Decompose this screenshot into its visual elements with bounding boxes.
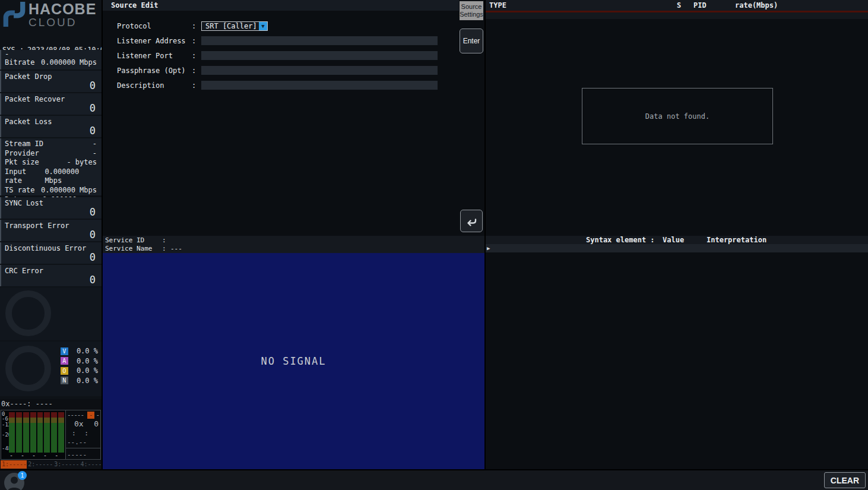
label-separator: : (192, 52, 201, 60)
stream-info-label: Input rate (5, 167, 45, 186)
listener-address-input[interactable] (201, 36, 438, 45)
packet-recover-panel: Packet Recover 0 (0, 93, 102, 115)
pie-chart-panel-2: V 0.0 % A 0.0 % O 0.0 % N 0.0 % (0, 342, 102, 396)
stream-info-label: Pkt size (5, 158, 39, 167)
pid-table-row (486, 12, 868, 19)
null-percent: 0.0 % (77, 377, 98, 385)
bitrate-label: Bitrate (5, 58, 35, 67)
counter-label: Packet Drop (1, 71, 102, 81)
user-menu[interactable]: 1 (4, 472, 27, 490)
passphrase-label: Passphrase (Opt) (117, 67, 192, 75)
audio-alert-badge: - (87, 412, 94, 419)
hacobe-logo-icon (1, 1, 27, 27)
audio-colons: : : (66, 428, 100, 437)
audio-channel-tabs: 1:----- 2:----- 3:----- 4:----- (1, 460, 101, 469)
audio-info-dashes-2: ----- (66, 448, 100, 459)
video-percent: 0.0 % (77, 347, 98, 355)
listener-port-label: Listener Port (117, 52, 192, 60)
syntax-interpretation-label: Interpretation (707, 236, 766, 244)
audio-hex-value: 0 (94, 419, 99, 428)
bottom-bar: 1 CLEAR (0, 469, 868, 490)
audio-tab-3[interactable]: 3:----- (53, 460, 79, 469)
stream-info-panel: Stream ID- Provider- Pkt size- bytes Inp… (0, 138, 102, 195)
other-badge: O (61, 367, 68, 375)
protocol-selected-value: SRT [Caller] (202, 22, 259, 30)
notification-badge[interactable]: 1 (18, 471, 27, 480)
label-separator: : (162, 236, 170, 245)
error-value: 0 (90, 251, 96, 263)
sync-lost-panel: SYNC Lost 0 (0, 197, 102, 219)
audio-monitor: 0x----: ---- 0 -6 -12 -20 -48 (0, 399, 102, 469)
audio-tab-2[interactable]: 2:----- (27, 460, 53, 469)
empty-data-message: Data not found. (645, 112, 709, 121)
counter-value: 0 (90, 125, 96, 137)
audio-badge: A (61, 357, 68, 365)
clear-button[interactable]: CLEAR (824, 472, 866, 488)
audio-info-box: ----- - - 0x 0 : : --.-- ----- 0Hz (66, 410, 101, 460)
stream-info-value: - (93, 149, 97, 159)
syntax-row[interactable]: ▶ (486, 244, 868, 252)
counter-value: 0 (90, 102, 96, 114)
source-settings-line2: Settings (460, 11, 483, 18)
action-button-column: Source Settings Enter (459, 0, 484, 236)
error-label: Transport Error (1, 220, 102, 230)
pid-table-panel: TYPE S PID rate(Mbps) Data not found. (484, 0, 868, 236)
pie-ring-1 (5, 290, 51, 336)
passphrase-input[interactable] (201, 66, 438, 75)
return-arrow-icon (464, 214, 479, 228)
logo: HACOBE CLOUD (1, 1, 96, 29)
audio-info-dashes: ----- (67, 411, 87, 419)
counter-label: Packet Recover (1, 93, 102, 103)
listener-address-label: Listener Address (117, 37, 192, 45)
col-type: TYPE (489, 1, 506, 10)
protocol-label: Protocol (117, 22, 192, 30)
protocol-select[interactable]: SRT [Caller] ▼ (201, 21, 268, 31)
description-input[interactable] (201, 81, 438, 90)
logo-title: HACOBE (28, 1, 96, 17)
syntax-panel: Syntax element : Value Interpretation ▶ (484, 236, 868, 469)
source-settings-button[interactable]: Source Settings (460, 1, 483, 20)
service-header: Service ID : Service Name : --- (103, 236, 484, 253)
composition-legend: V 0.0 % A 0.0 % O 0.0 % N 0.0 % (61, 347, 98, 386)
packet-loss-panel: Packet Loss 0 (0, 116, 102, 137)
crc-error-panel: CRC Error 0 (0, 265, 102, 286)
stream-info-label: TS rate (5, 186, 35, 195)
label-separator: : (192, 67, 201, 75)
service-name-label: Service Name (105, 245, 162, 253)
error-value: 0 (90, 229, 96, 241)
logo-subtitle: CLOUD (28, 17, 96, 29)
packet-drop-panel: Packet Drop 0 (0, 71, 102, 92)
bitrate-panel: - Bitrate 0.000000 Mbps (0, 50, 102, 69)
error-value: 0 (90, 274, 96, 286)
audio-pid-header: 0x----: ---- (0, 399, 102, 409)
audio-badge-suffix: - (96, 411, 100, 419)
label-separator: : (162, 245, 170, 253)
audio-tab-1[interactable]: 1:----- (1, 460, 27, 469)
source-settings-line1: Source (460, 3, 483, 11)
enter-button[interactable]: Enter (460, 29, 483, 53)
label-separator: : (192, 22, 201, 30)
audio-time: --.-- (66, 437, 100, 448)
meter-bars (9, 412, 64, 453)
no-signal-text: NO SIGNAL (261, 355, 326, 367)
null-badge: N (61, 377, 68, 384)
scale-tick: -6 (2, 416, 8, 422)
pid-table-header: TYPE S PID rate(Mbps) (486, 0, 868, 11)
service-video-panel: Service ID : Service Name : --- NO SIGNA… (102, 236, 484, 469)
video-preview: NO SIGNAL (103, 253, 484, 469)
listener-port-input[interactable] (201, 51, 438, 60)
service-name-value: --- (170, 245, 182, 253)
stream-info-value: - (93, 140, 97, 149)
back-button[interactable] (460, 210, 483, 232)
pie-chart-panel-1 (0, 287, 102, 340)
empty-data-box: Data not found. (582, 88, 773, 144)
dropdown-arrow-icon[interactable]: ▼ (259, 22, 267, 30)
error-value: 0 (90, 206, 96, 218)
syntax-element-label: Syntax element : (586, 236, 655, 244)
label-separator: : (192, 81, 201, 90)
col-scrambled: S (677, 1, 681, 10)
counter-value: 0 (90, 80, 96, 91)
other-percent: 0.0 % (77, 366, 98, 375)
col-rate: rate(Mbps) (735, 1, 778, 10)
error-label: SYNC Lost (1, 197, 102, 207)
